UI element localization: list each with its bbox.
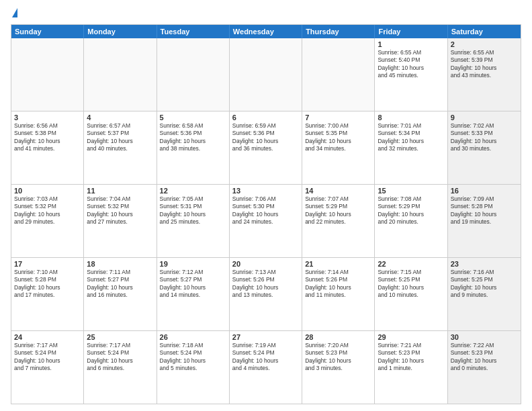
day-number: 19: [160, 260, 226, 268]
day-info: Sunrise: 7:08 AM Sunset: 5:29 PM Dayligh…: [378, 195, 444, 226]
calendar-day-header: Tuesday: [157, 25, 230, 38]
day-info: Sunrise: 7:19 AM Sunset: 5:24 PM Dayligh…: [232, 342, 299, 373]
calendar-cell: [11, 38, 84, 111]
day-number: 28: [305, 333, 371, 341]
day-number: 25: [87, 333, 153, 341]
calendar-week-row: 3Sunrise: 6:56 AM Sunset: 5:38 PM Daylig…: [11, 111, 521, 184]
calendar-cell: 22Sunrise: 7:15 AM Sunset: 5:25 PM Dayli…: [375, 258, 447, 330]
day-info: Sunrise: 7:12 AM Sunset: 5:27 PM Dayligh…: [160, 269, 226, 300]
day-number: 10: [14, 187, 81, 195]
calendar-body: 1Sunrise: 6:55 AM Sunset: 5:40 PM Daylig…: [11, 38, 521, 404]
day-info: Sunrise: 6:55 AM Sunset: 5:40 PM Dayligh…: [378, 49, 444, 80]
calendar-cell: 7Sunrise: 7:00 AM Sunset: 5:35 PM Daylig…: [302, 111, 375, 184]
day-number: 7: [305, 113, 371, 122]
calendar-cell: 24Sunrise: 7:17 AM Sunset: 5:24 PM Dayli…: [11, 331, 84, 404]
day-number: 29: [378, 333, 444, 341]
day-number: 9: [451, 113, 518, 122]
calendar-cell: 11Sunrise: 7:04 AM Sunset: 5:32 PM Dayli…: [84, 185, 157, 257]
logo-triangle-icon: [12, 8, 17, 17]
day-info: Sunrise: 7:00 AM Sunset: 5:35 PM Dayligh…: [305, 122, 371, 153]
day-info: Sunrise: 7:13 AM Sunset: 5:26 PM Dayligh…: [232, 269, 299, 300]
calendar-cell: [230, 38, 302, 111]
calendar-cell: 3Sunrise: 6:56 AM Sunset: 5:38 PM Daylig…: [11, 111, 84, 184]
day-number: 18: [87, 260, 153, 268]
calendar-cell: 1Sunrise: 6:55 AM Sunset: 5:40 PM Daylig…: [375, 38, 447, 111]
calendar-header: SundayMondayTuesdayWednesdayThursdayFrid…: [11, 25, 521, 38]
day-info: Sunrise: 7:05 AM Sunset: 5:31 PM Dayligh…: [160, 195, 226, 226]
day-info: Sunrise: 7:10 AM Sunset: 5:28 PM Dayligh…: [14, 269, 81, 300]
calendar-day-header: Sunday: [11, 25, 84, 38]
day-number: 6: [232, 113, 299, 122]
calendar-cell: [157, 38, 230, 111]
calendar-day-header: Wednesday: [230, 25, 302, 38]
calendar-cell: 15Sunrise: 7:08 AM Sunset: 5:29 PM Dayli…: [375, 185, 447, 257]
calendar-cell: 4Sunrise: 6:57 AM Sunset: 5:37 PM Daylig…: [84, 111, 157, 184]
day-info: Sunrise: 7:20 AM Sunset: 5:23 PM Dayligh…: [305, 342, 371, 373]
day-info: Sunrise: 7:11 AM Sunset: 5:27 PM Dayligh…: [87, 269, 153, 300]
day-number: 3: [14, 113, 81, 122]
calendar-cell: 16Sunrise: 7:09 AM Sunset: 5:28 PM Dayli…: [448, 185, 521, 257]
day-number: 1: [378, 40, 444, 48]
day-info: Sunrise: 7:03 AM Sunset: 5:32 PM Dayligh…: [14, 195, 81, 226]
calendar-cell: 12Sunrise: 7:05 AM Sunset: 5:31 PM Dayli…: [157, 185, 230, 257]
day-info: Sunrise: 6:57 AM Sunset: 5:37 PM Dayligh…: [87, 122, 153, 153]
day-number: 5: [160, 113, 226, 122]
calendar-day-header: Monday: [84, 25, 157, 38]
calendar-cell: 2Sunrise: 6:55 AM Sunset: 5:39 PM Daylig…: [448, 38, 521, 111]
calendar-cell: 17Sunrise: 7:10 AM Sunset: 5:28 PM Dayli…: [11, 258, 84, 330]
day-info: Sunrise: 6:56 AM Sunset: 5:38 PM Dayligh…: [14, 122, 81, 153]
calendar-cell: 29Sunrise: 7:21 AM Sunset: 5:23 PM Dayli…: [375, 331, 447, 404]
calendar-cell: 25Sunrise: 7:17 AM Sunset: 5:24 PM Dayli…: [84, 331, 157, 404]
calendar-cell: 19Sunrise: 7:12 AM Sunset: 5:27 PM Dayli…: [157, 258, 230, 330]
day-number: 14: [305, 187, 371, 195]
calendar-day-header: Friday: [375, 25, 447, 38]
calendar-week-row: 10Sunrise: 7:03 AM Sunset: 5:32 PM Dayli…: [11, 184, 521, 257]
calendar-cell: 9Sunrise: 7:02 AM Sunset: 5:33 PM Daylig…: [448, 111, 521, 184]
calendar-day-header: Thursday: [302, 25, 375, 38]
calendar-week-row: 24Sunrise: 7:17 AM Sunset: 5:24 PM Dayli…: [11, 330, 521, 404]
day-info: Sunrise: 7:04 AM Sunset: 5:32 PM Dayligh…: [87, 195, 153, 226]
day-number: 11: [87, 187, 153, 195]
day-info: Sunrise: 7:17 AM Sunset: 5:24 PM Dayligh…: [14, 342, 81, 373]
day-number: 4: [87, 113, 153, 122]
calendar-cell: 21Sunrise: 7:14 AM Sunset: 5:26 PM Dayli…: [302, 258, 375, 330]
calendar-week-row: 1Sunrise: 6:55 AM Sunset: 5:40 PM Daylig…: [11, 38, 521, 111]
day-number: 17: [14, 260, 81, 268]
day-number: 2: [451, 40, 518, 48]
day-number: 15: [378, 187, 444, 195]
day-number: 27: [232, 333, 299, 341]
day-number: 13: [232, 187, 299, 195]
day-number: 20: [232, 260, 299, 268]
calendar-week-row: 17Sunrise: 7:10 AM Sunset: 5:28 PM Dayli…: [11, 257, 521, 330]
calendar-cell: 5Sunrise: 6:58 AM Sunset: 5:36 PM Daylig…: [157, 111, 230, 184]
calendar-day-header: Saturday: [448, 25, 521, 38]
calendar-cell: 8Sunrise: 7:01 AM Sunset: 5:34 PM Daylig…: [375, 111, 447, 184]
day-info: Sunrise: 7:01 AM Sunset: 5:34 PM Dayligh…: [378, 122, 444, 153]
page: SundayMondayTuesdayWednesdayThursdayFrid…: [0, 0, 532, 411]
day-number: 12: [160, 187, 226, 195]
calendar-cell: 30Sunrise: 7:22 AM Sunset: 5:23 PM Dayli…: [448, 331, 521, 404]
day-info: Sunrise: 7:14 AM Sunset: 5:26 PM Dayligh…: [305, 269, 371, 300]
day-info: Sunrise: 7:02 AM Sunset: 5:33 PM Dayligh…: [451, 122, 518, 153]
header: [11, 8, 521, 19]
day-number: 23: [451, 260, 518, 268]
day-info: Sunrise: 7:21 AM Sunset: 5:23 PM Dayligh…: [378, 342, 444, 373]
calendar-cell: 28Sunrise: 7:20 AM Sunset: 5:23 PM Dayli…: [302, 331, 375, 404]
day-number: 21: [305, 260, 371, 268]
calendar-cell: 10Sunrise: 7:03 AM Sunset: 5:32 PM Dayli…: [11, 185, 84, 257]
calendar-cell: 14Sunrise: 7:07 AM Sunset: 5:29 PM Dayli…: [302, 185, 375, 257]
calendar-cell: 13Sunrise: 7:06 AM Sunset: 5:30 PM Dayli…: [230, 185, 302, 257]
day-info: Sunrise: 6:55 AM Sunset: 5:39 PM Dayligh…: [451, 49, 518, 80]
day-info: Sunrise: 7:07 AM Sunset: 5:29 PM Dayligh…: [305, 195, 371, 226]
calendar: SundayMondayTuesdayWednesdayThursdayFrid…: [11, 24, 521, 404]
day-info: Sunrise: 6:58 AM Sunset: 5:36 PM Dayligh…: [160, 122, 226, 153]
calendar-cell: [84, 38, 157, 111]
calendar-cell: 18Sunrise: 7:11 AM Sunset: 5:27 PM Dayli…: [84, 258, 157, 330]
day-info: Sunrise: 7:18 AM Sunset: 5:24 PM Dayligh…: [160, 342, 226, 373]
logo: [11, 8, 17, 19]
day-info: Sunrise: 6:59 AM Sunset: 5:36 PM Dayligh…: [232, 122, 299, 153]
day-info: Sunrise: 7:15 AM Sunset: 5:25 PM Dayligh…: [378, 269, 444, 300]
day-info: Sunrise: 7:16 AM Sunset: 5:25 PM Dayligh…: [451, 269, 518, 300]
day-info: Sunrise: 7:06 AM Sunset: 5:30 PM Dayligh…: [232, 195, 299, 226]
day-number: 22: [378, 260, 444, 268]
